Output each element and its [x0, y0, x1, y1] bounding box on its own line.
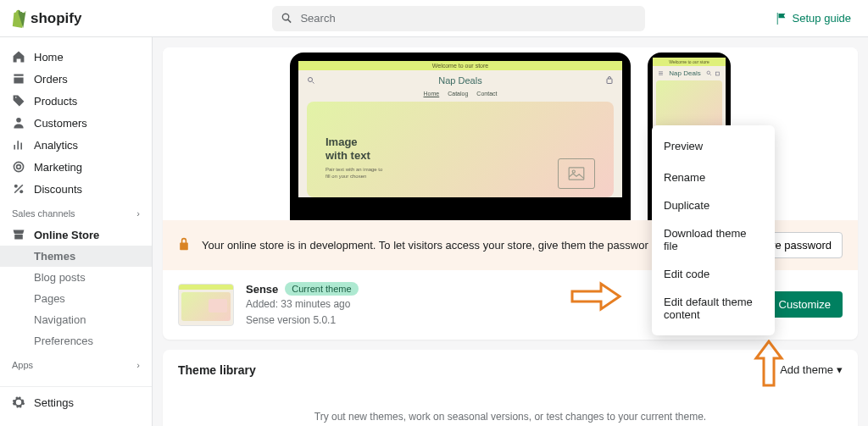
sidebar-item-settings[interactable]: Settings — [0, 386, 152, 418]
current-theme-badge: Current theme — [285, 282, 358, 296]
site-search-icon — [307, 76, 315, 85]
annotation-arrow-right — [570, 281, 623, 312]
store-icon — [12, 228, 25, 241]
sidebar-sub-themes[interactable]: Themes — [0, 246, 152, 267]
gear-icon — [12, 396, 25, 409]
lock-icon — [178, 237, 190, 253]
add-theme-button[interactable]: Add theme ▾ — [780, 363, 843, 376]
warning-text: Your online store is in development. To … — [202, 239, 648, 252]
sidebar-sub-navigation[interactable]: Navigation — [0, 309, 152, 330]
customize-button[interactable]: Customize — [767, 291, 843, 318]
shopify-bag-icon — [10, 9, 27, 28]
svg-rect-6 — [607, 79, 612, 84]
site-title: Nap Deals — [438, 75, 481, 86]
theme-actions-dropdown: Preview Rename Duplicate Download theme … — [652, 125, 775, 335]
site-cart-icon — [605, 76, 614, 85]
main-content: Welcome to our store Nap Deals Home Cata… — [153, 37, 868, 426]
hero-heading: Image with text — [326, 136, 595, 162]
sales-channels-heading: Sales channels› — [0, 200, 152, 224]
sidebar-item-discounts[interactable]: Discounts — [0, 178, 152, 200]
svg-point-3 — [14, 185, 18, 188]
search-icon — [281, 12, 293, 25]
tag-icon — [12, 94, 25, 108]
chevron-right-icon[interactable]: › — [136, 208, 140, 219]
sidebar-item-analytics[interactable]: Analytics — [0, 134, 152, 156]
dd-download[interactable]: Download theme file — [652, 219, 775, 260]
svg-rect-7 — [569, 168, 584, 180]
image-placeholder-icon — [558, 158, 595, 189]
sidebar-sub-preferences[interactable]: Preferences — [0, 330, 152, 351]
svg-point-9 — [707, 71, 710, 75]
flag-icon — [776, 13, 787, 25]
sidebar-item-online-store[interactable]: Online Store — [0, 224, 152, 246]
percent-icon — [12, 182, 25, 196]
dd-edit-default-content[interactable]: Edit default theme content — [652, 288, 775, 329]
theme-version-meta: Sense version 5.0.1 — [246, 313, 359, 328]
dd-duplicate[interactable]: Duplicate — [652, 191, 775, 219]
home-icon — [12, 50, 25, 64]
brand-logo[interactable]: shopify — [10, 9, 81, 28]
annotation-arrow-up — [754, 340, 784, 387]
person-icon — [12, 116, 25, 130]
dd-rename[interactable]: Rename — [652, 163, 775, 191]
sidebar-sub-blog-posts[interactable]: Blog posts — [0, 267, 152, 288]
sidebar-item-products[interactable]: Products — [0, 90, 152, 112]
sidebar: Home Orders Products Customers Analytics… — [0, 37, 153, 426]
announcement-bar: Welcome to our store — [298, 61, 622, 70]
search-input[interactable]: Search — [272, 6, 645, 31]
sidebar-item-marketing[interactable]: Marketing — [0, 156, 152, 178]
svg-rect-10 — [715, 72, 719, 75]
orders-icon — [12, 72, 25, 86]
sidebar-item-customers[interactable]: Customers — [0, 112, 152, 134]
svg-point-2 — [17, 165, 21, 169]
svg-point-1 — [14, 162, 23, 171]
sidebar-item-orders[interactable]: Orders — [0, 68, 152, 90]
setup-guide-link[interactable]: Setup guide — [776, 12, 851, 25]
dd-preview[interactable]: Preview — [652, 132, 775, 160]
apps-heading: Apps› — [0, 351, 152, 375]
theme-name: Sense — [246, 283, 278, 296]
theme-library-help-text: Try out new themes, work on seasonal ver… — [178, 411, 843, 423]
sidebar-item-home[interactable]: Home — [0, 46, 152, 68]
svg-point-8 — [572, 170, 575, 173]
brand-name: shopify — [31, 10, 81, 27]
caret-down-icon: ▾ — [837, 363, 843, 376]
svg-point-4 — [19, 190, 23, 193]
theme-library-heading: Theme library — [178, 363, 256, 377]
dd-edit-code[interactable]: Edit code — [652, 260, 775, 288]
analytics-icon — [12, 138, 25, 152]
site-nav: Home Catalog Contact — [298, 91, 622, 102]
desktop-preview-frame: Welcome to our store Nap Deals Home Cata… — [290, 53, 631, 220]
theme-thumbnail — [178, 284, 234, 326]
svg-point-5 — [309, 78, 313, 82]
target-icon — [12, 160, 25, 174]
chevron-right-icon[interactable]: › — [136, 360, 140, 370]
theme-added-meta: Added: 33 minutes ago — [246, 297, 359, 312]
hero-sub-text: Pair text with an image to fill on your … — [326, 167, 402, 180]
sidebar-sub-pages[interactable]: Pages — [0, 288, 152, 309]
svg-point-0 — [16, 118, 21, 123]
